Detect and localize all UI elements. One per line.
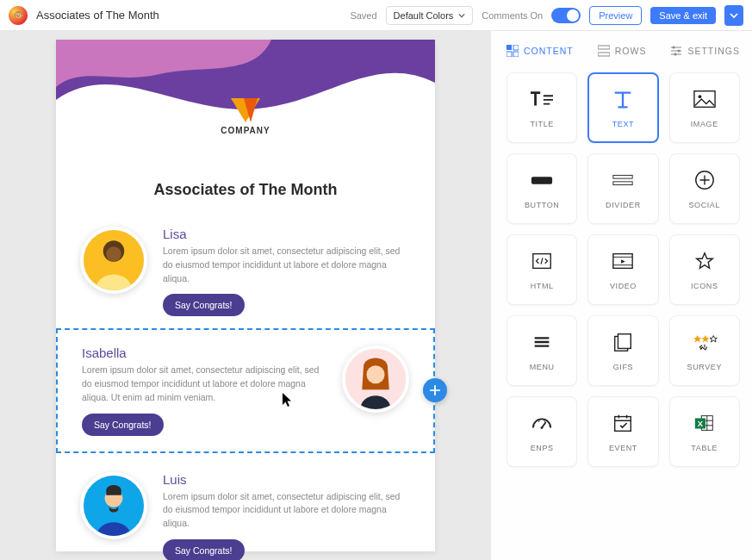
content-block-grid: TITLE TEXT IMAGE BUTTON bbox=[507, 72, 740, 467]
avatar bbox=[80, 227, 147, 294]
star-icon bbox=[692, 249, 718, 273]
email-canvas[interactable]: COMPANY Associates of The Month Lisa Lor… bbox=[0, 31, 491, 560]
block-text[interactable]: TEXT bbox=[587, 72, 658, 143]
document-title: Associates of The Month bbox=[36, 9, 159, 22]
svg-rect-10 bbox=[513, 52, 519, 57]
svg-point-14 bbox=[678, 50, 681, 53]
block-survey[interactable]: SURVEY bbox=[669, 315, 740, 386]
color-theme-dropdown[interactable]: Default Colors bbox=[386, 6, 474, 25]
block-video[interactable]: VIDEO bbox=[587, 234, 658, 305]
tile-label: TITLE bbox=[530, 120, 554, 128]
company-logo-icon bbox=[231, 98, 260, 122]
section-title: Associates of The Month bbox=[56, 181, 435, 199]
color-theme-label: Default Colors bbox=[394, 10, 454, 21]
svg-rect-19 bbox=[613, 175, 632, 178]
tile-label: TEXT bbox=[612, 120, 634, 128]
tab-label: CONTENT bbox=[524, 46, 574, 56]
calendar-icon bbox=[610, 411, 636, 435]
svg-rect-16 bbox=[694, 91, 715, 108]
saved-status: Saved bbox=[350, 10, 376, 21]
divider-icon bbox=[610, 168, 636, 192]
block-divider[interactable]: DIVIDER bbox=[587, 153, 658, 224]
tile-label: EVENT bbox=[609, 444, 637, 452]
tab-rows[interactable]: ROWS bbox=[598, 45, 647, 57]
associate-row[interactable]: Lisa Lorem ipsum dolor sit amet, consect… bbox=[56, 215, 435, 328]
comments-toggle[interactable] bbox=[551, 8, 581, 23]
email-hero: COMPANY bbox=[56, 40, 435, 177]
block-title[interactable]: TITLE bbox=[507, 72, 577, 143]
associate-row-selected[interactable]: Isabella Lorem ipsum dolor sit amet, con… bbox=[56, 328, 435, 452]
avatar bbox=[342, 345, 409, 413]
plus-icon bbox=[429, 384, 441, 396]
social-icon bbox=[692, 168, 718, 192]
grid-icon bbox=[507, 45, 519, 57]
title-icon bbox=[529, 87, 555, 111]
block-menu[interactable]: MENU bbox=[507, 315, 577, 386]
block-enps[interactable]: ENPS bbox=[507, 396, 577, 467]
block-button[interactable]: BUTTON bbox=[507, 153, 577, 224]
save-exit-button[interactable]: Save & exit bbox=[650, 7, 716, 24]
associate-name: Luis bbox=[163, 472, 411, 487]
company-logo: COMPANY bbox=[56, 98, 435, 135]
excel-icon: X bbox=[692, 411, 718, 435]
block-icons[interactable]: ICONS bbox=[669, 234, 740, 305]
block-social[interactable]: SOCIAL bbox=[669, 153, 740, 224]
svg-rect-25 bbox=[618, 334, 631, 349]
add-block-button[interactable] bbox=[423, 378, 447, 402]
svg-rect-12 bbox=[598, 53, 610, 56]
tile-label: VIDEO bbox=[610, 282, 637, 290]
say-congrats-button[interactable]: Say Congrats! bbox=[82, 414, 164, 436]
tile-label: GIFS bbox=[613, 363, 633, 371]
button-icon bbox=[529, 168, 555, 192]
svg-point-2 bbox=[106, 246, 121, 262]
sliders-icon bbox=[670, 45, 682, 57]
tab-settings[interactable]: SETTINGS bbox=[670, 45, 740, 57]
image-icon bbox=[692, 87, 718, 111]
save-more-dropdown[interactable] bbox=[724, 5, 743, 26]
block-event[interactable]: EVENT bbox=[587, 396, 658, 467]
associate-body: Luis Lorem ipsum dolor sit amet, consect… bbox=[163, 472, 411, 561]
email-preview: COMPANY Associates of The Month Lisa Lor… bbox=[56, 40, 435, 551]
associate-body: Lisa Lorem ipsum dolor sit amet, consect… bbox=[163, 227, 411, 316]
html-icon bbox=[529, 249, 555, 273]
tile-label: HTML bbox=[531, 282, 554, 290]
panel-tabs: CONTENT ROWS SETTINGS bbox=[507, 45, 740, 57]
gauge-icon bbox=[529, 411, 555, 435]
rows-icon bbox=[598, 45, 610, 57]
block-html[interactable]: HTML bbox=[507, 234, 577, 305]
tile-label: MENU bbox=[530, 363, 555, 371]
svg-rect-27 bbox=[615, 417, 631, 432]
company-label: COMPANY bbox=[56, 126, 435, 135]
svg-point-17 bbox=[698, 95, 701, 98]
survey-icon bbox=[692, 330, 718, 354]
svg-rect-11 bbox=[598, 46, 610, 49]
associate-row[interactable]: Luis Lorem ipsum dolor sit amet, consect… bbox=[56, 453, 435, 561]
svg-rect-20 bbox=[613, 182, 632, 185]
say-congrats-button[interactable]: Say Congrats! bbox=[163, 294, 245, 316]
top-bar: 🐵 Associates of The Month Saved Default … bbox=[0, 0, 752, 31]
preview-button[interactable]: Preview bbox=[589, 6, 642, 25]
block-table[interactable]: X TABLE bbox=[669, 396, 740, 467]
svg-rect-8 bbox=[513, 45, 519, 50]
avatar bbox=[80, 472, 147, 539]
associate-text: Lorem ipsum dolor sit amet, consectetur … bbox=[163, 245, 411, 285]
associate-text: Lorem ipsum dolor sit amet, consectetur … bbox=[82, 364, 326, 404]
tab-label: ROWS bbox=[615, 46, 647, 56]
block-gifs[interactable]: GIFS bbox=[587, 315, 658, 386]
block-image[interactable]: IMAGE bbox=[669, 72, 740, 143]
svg-point-26 bbox=[541, 426, 544, 429]
svg-text:X: X bbox=[698, 420, 704, 428]
menu-icon bbox=[529, 330, 555, 354]
tile-label: SURVEY bbox=[687, 363, 722, 371]
say-congrats-button[interactable]: Say Congrats! bbox=[163, 539, 245, 560]
video-icon bbox=[610, 249, 636, 273]
tile-label: SOCIAL bbox=[688, 201, 720, 209]
svg-point-15 bbox=[674, 53, 677, 56]
tile-label: DIVIDER bbox=[606, 201, 641, 209]
associate-text: Lorem ipsum dolor sit amet, consectetur … bbox=[163, 490, 411, 531]
associate-name: Isabella bbox=[82, 345, 326, 360]
svg-rect-7 bbox=[507, 45, 512, 50]
svg-point-4 bbox=[367, 366, 385, 384]
tab-content[interactable]: CONTENT bbox=[507, 45, 574, 57]
tile-label: BUTTON bbox=[525, 201, 559, 209]
